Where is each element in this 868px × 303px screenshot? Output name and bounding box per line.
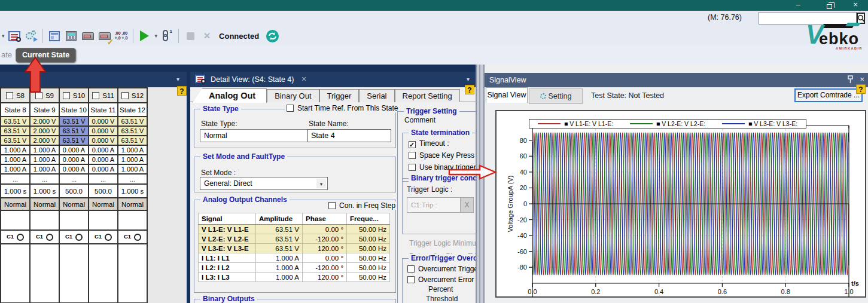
help-badge[interactable]: ? <box>856 84 866 94</box>
time-cell[interactable]: 1.000 s <box>1 184 30 198</box>
channel-amplitude-cell[interactable]: 1.000 A <box>256 263 303 273</box>
detail-view-toolbar-button[interactable] <box>7 27 22 44</box>
state-name-cell[interactable]: State 12 <box>118 103 147 117</box>
voltage-cell[interactable]: 0.000 V <box>89 117 118 126</box>
chevron-down-icon[interactable]: ▾ <box>467 76 470 82</box>
tab-binary-out[interactable]: Binary Out <box>267 89 319 102</box>
state-type-cell[interactable]: Normal <box>118 198 147 210</box>
ellipsis-cell[interactable]: ... <box>59 174 89 184</box>
channel-signal-cell[interactable]: V L1-E: V L1-E <box>199 225 256 234</box>
run-button[interactable] <box>138 27 152 44</box>
chevron-down-icon[interactable]: ▾ <box>176 76 179 82</box>
state-column-header[interactable]: S12 <box>118 88 147 103</box>
voltage-cell[interactable]: 0.000 V <box>89 136 118 145</box>
empty-cell[interactable] <box>118 210 147 230</box>
channel-phase-cell[interactable]: 120.00 ° <box>303 244 347 253</box>
current-cell[interactable]: 1.000 A <box>30 145 59 155</box>
binding-button[interactable]: 1 <box>160 27 174 44</box>
signal-close-icon[interactable]: × <box>860 75 864 84</box>
channel-phase-cell[interactable]: 0.00 ° <box>303 253 347 263</box>
channel-frequency-cell[interactable]: 50.00 Hz <box>347 225 390 234</box>
termination-option[interactable]: Space Key Press <box>407 151 476 160</box>
tab-report-setting[interactable]: Report Setting <box>395 89 460 102</box>
channel-signal-cell[interactable]: I L1: I L1 <box>199 253 256 263</box>
state-column-header[interactable]: S9 <box>30 88 59 103</box>
current-cell[interactable]: 1.000 A <box>118 145 147 155</box>
channel-signal-cell[interactable]: I L2: I L2 <box>199 263 256 273</box>
tab-analog-out[interactable]: Analog Out <box>193 88 267 103</box>
current-cell[interactable]: 1.000 A <box>118 164 147 174</box>
trigger-cell[interactable]: C1 <box>118 230 147 244</box>
empty-cell[interactable] <box>59 210 89 230</box>
ellipsis-cell[interactable]: ... <box>89 174 118 184</box>
trigger-cell[interactable]: C1 <box>89 230 118 244</box>
current-cell[interactable]: 0.000 A <box>89 155 118 164</box>
device-button[interactable] <box>81 27 95 44</box>
tab-trigger[interactable]: Trigger <box>319 89 360 102</box>
toolbar-overflow-caret[interactable]: ▾ <box>2 33 5 39</box>
time-cell[interactable]: 1.000 s <box>30 184 59 198</box>
ellipsis-cell[interactable]: ... <box>1 174 30 184</box>
time-cell[interactable]: 500.0 <box>59 184 89 198</box>
state-name-input[interactable] <box>307 129 391 142</box>
tab-serial[interactable]: Serial <box>359 89 394 102</box>
ellipsis-cell[interactable]: ... <box>118 174 147 184</box>
empty-cell[interactable] <box>89 210 118 230</box>
tab-signal-view[interactable]: Signal View <box>486 87 528 103</box>
current-cell[interactable]: 0.000 A <box>59 164 89 174</box>
channel-amplitude-cell[interactable]: 1.000 A <box>256 273 303 282</box>
empty-cell[interactable] <box>30 210 59 230</box>
channel-amplitude-cell[interactable]: 63.51 V <box>256 234 303 244</box>
channel-signal-cell[interactable]: I L3: I L3 <box>199 273 256 282</box>
state-type-cell[interactable]: Normal <box>30 198 59 210</box>
stop-button[interactable] <box>183 27 197 44</box>
abort-button[interactable]: × <box>200 27 214 44</box>
current-cell[interactable]: 0.000 A <box>89 164 118 174</box>
overcurrent-option[interactable]: Overcurrent Error <box>406 276 476 284</box>
voltage-cell[interactable]: 63.51 V <box>59 136 89 145</box>
report-view-button[interactable] <box>47 27 62 44</box>
voltage-cell[interactable]: 2.000 V <box>30 117 59 126</box>
hardware-config-button[interactable] <box>24 27 38 44</box>
voltage-cell[interactable]: 2.000 V <box>30 136 59 145</box>
set-mode-select[interactable]: General: Direct ▾ <box>200 177 328 190</box>
voltage-cell[interactable]: 63.51 V <box>1 126 30 136</box>
channel-amplitude-cell[interactable]: 1.000 A <box>256 253 303 263</box>
channel-phase-cell[interactable]: -120.00 ° <box>303 263 347 273</box>
decimal-precision-button[interactable]: .00 .00 +.0 +.0 <box>114 27 129 44</box>
channel-frequency-cell[interactable]: 50.00 Hz <box>347 234 390 244</box>
state-column-header[interactable]: S10 <box>59 88 89 103</box>
start-time-ref-checkbox[interactable]: Start Time Ref. From This State <box>285 104 400 112</box>
voltage-cell[interactable]: 0.000 V <box>89 126 118 136</box>
sync-button[interactable] <box>265 27 279 44</box>
trigger-cell[interactable]: C1 <box>30 230 59 244</box>
empty-cell[interactable] <box>1 210 30 230</box>
state-column-header[interactable]: S8 <box>1 88 30 103</box>
con-freq-checkbox[interactable]: Con. in Freq Step <box>327 201 397 210</box>
channel-phase-cell[interactable]: 0.00 ° <box>303 225 347 234</box>
overcurrent-option[interactable]: Overcurrent Trigger <box>406 265 476 273</box>
help-badge[interactable]: ? <box>177 86 187 96</box>
state-type-cell[interactable]: Normal <box>59 198 89 210</box>
keypad-button[interactable] <box>64 27 78 44</box>
export-comtrade-button[interactable]: Export Comtrade ... <box>794 88 863 102</box>
channel-phase-cell[interactable]: -120.00 ° <box>303 234 347 244</box>
state-type-cell[interactable]: Normal <box>1 198 30 210</box>
current-cell[interactable]: 1.000 A <box>30 155 59 164</box>
voltage-cell[interactable]: 63.51 V <box>59 126 89 136</box>
tab-setting[interactable]: Setting <box>529 88 583 104</box>
current-cell[interactable]: 1.000 A <box>30 164 59 174</box>
current-cell[interactable]: 1.000 A <box>1 164 30 174</box>
help-badge[interactable]: ? <box>465 85 474 94</box>
close-button[interactable]: × <box>845 0 866 11</box>
state-name-cell[interactable]: State 11 <box>89 103 118 117</box>
state-type-cell[interactable]: Normal <box>89 198 118 210</box>
minimize-button[interactable]: – <box>788 0 808 11</box>
channels-table[interactable]: SignalAmplitudePhaseFreque...V L1-E: V L… <box>198 213 390 282</box>
channel-frequency-cell[interactable]: 50.00 Hz <box>347 244 390 253</box>
channel-frequency-cell[interactable]: 50.00 Hz <box>347 253 390 263</box>
restore-button[interactable] <box>819 0 839 11</box>
channel-amplitude-cell[interactable]: 63.51 V <box>256 244 303 253</box>
panel-splitter[interactable] <box>476 65 485 303</box>
time-cell[interactable]: 500.0 <box>89 184 118 198</box>
